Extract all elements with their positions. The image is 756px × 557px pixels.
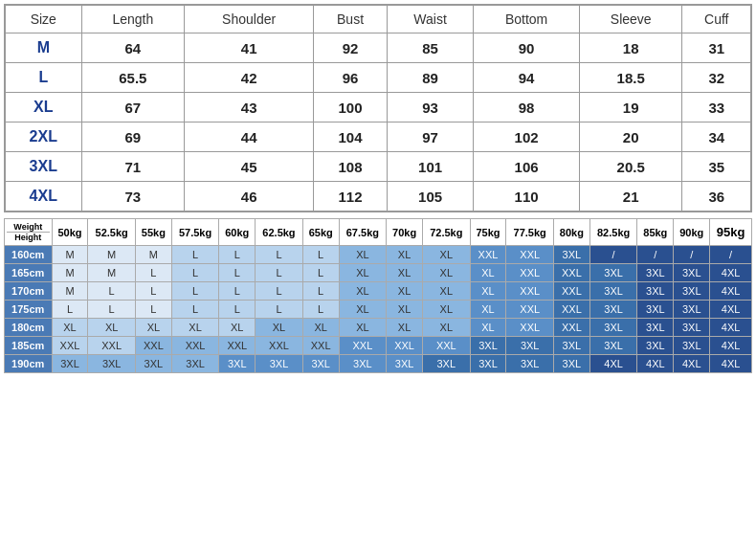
- size-row: M64419285901831: [6, 33, 751, 63]
- weight-col-header: 52.5kg: [88, 219, 135, 246]
- wh-size-cell: 4XL: [589, 355, 636, 373]
- size-cell-shoulder: 41: [185, 33, 314, 63]
- wh-size-cell: L: [88, 301, 135, 319]
- wh-size-cell: L: [302, 246, 339, 264]
- wh-size-cell: 3XL: [470, 355, 506, 373]
- size-row: XL674310093981933: [6, 93, 751, 123]
- weight-col-header: 55kg: [135, 219, 171, 246]
- wh-size-cell: M: [88, 264, 135, 282]
- wh-size-cell: 4XL: [637, 355, 674, 373]
- wh-size-cell: XL: [171, 319, 218, 337]
- weight-col-header: 80kg: [553, 219, 589, 246]
- size-cell-shoulder: 44: [185, 123, 314, 152]
- size-col-header: Waist: [387, 6, 473, 33]
- wh-size-cell: 3XL: [387, 355, 423, 373]
- weight-col-header: 82.5kg: [589, 219, 636, 246]
- wh-size-cell: XL: [470, 282, 506, 301]
- wh-size-cell: XXL: [553, 282, 589, 301]
- size-cell-length: 71: [81, 152, 185, 182]
- wh-size-cell: XL: [423, 246, 470, 264]
- wh-size-cell: XXL: [52, 337, 88, 355]
- wh-size-cell: /: [589, 246, 636, 264]
- size-cell-bust: 108: [314, 152, 388, 182]
- wh-size-cell: XXL: [135, 337, 171, 355]
- size-chart-container: SizeLengthShoulderBustWaistBottomSleeveC…: [4, 4, 752, 212]
- size-cell-cuff: 33: [682, 93, 751, 123]
- wh-size-cell: M: [52, 246, 88, 264]
- wh-size-cell: XXL: [506, 319, 553, 337]
- wh-size-cell: 3XL: [171, 355, 218, 373]
- size-cell-shoulder: 46: [185, 182, 314, 212]
- wh-size-cell: XL: [387, 301, 423, 319]
- wh-row: 175cmLLLLLLLXLXLXLXLXXLXXL3XL3XL3XL4XL: [5, 301, 752, 319]
- wh-size-cell: XL: [339, 282, 386, 301]
- wh-size-cell: XL: [387, 282, 423, 301]
- size-cell-size: M: [6, 33, 82, 63]
- size-cell-length: 67: [81, 93, 185, 123]
- wh-size-cell: XL: [339, 246, 386, 264]
- wh-size-cell: /: [637, 246, 674, 264]
- wh-size-cell: 3XL: [589, 282, 636, 301]
- weight-col-header: 72.5kg: [423, 219, 470, 246]
- height-cell: 180cm: [5, 319, 53, 337]
- size-cell-waist: 97: [387, 123, 473, 152]
- size-cell-bust: 92: [314, 33, 388, 63]
- height-cell: 185cm: [5, 337, 53, 355]
- wh-size-cell: 3XL: [674, 301, 710, 319]
- wh-size-cell: L: [171, 264, 218, 282]
- wh-size-cell: XL: [219, 319, 256, 337]
- wh-size-cell: /: [674, 246, 710, 264]
- size-cell-shoulder: 45: [185, 152, 314, 182]
- wh-size-cell: 3XL: [553, 337, 589, 355]
- size-col-header: Cuff: [682, 6, 751, 33]
- size-cell-shoulder: 42: [185, 63, 314, 93]
- size-cell-waist: 89: [387, 63, 473, 93]
- wh-size-cell: XL: [470, 319, 506, 337]
- wh-row: 170cmMLLLLLLXLXLXLXLXXLXXL3XL3XL3XL4XL: [5, 282, 752, 301]
- size-cell-sleeve: 18.5: [579, 63, 682, 93]
- wh-size-cell: XXL: [387, 337, 423, 355]
- wh-size-cell: 3XL: [302, 355, 339, 373]
- wh-size-cell: XXL: [256, 337, 302, 355]
- wh-size-cell: 3XL: [256, 355, 302, 373]
- wh-size-cell: XXL: [423, 337, 470, 355]
- wh-row: 180cmXLXLXLXLXLXLXLXLXLXLXLXXLXXL3XL3XL3…: [5, 319, 752, 337]
- size-cell-sleeve: 20: [579, 123, 682, 152]
- size-cell-waist: 85: [387, 33, 473, 63]
- wh-row: 160cmMMMLLLLXLXLXLXXLXXL3XL////: [5, 246, 752, 264]
- wh-size-cell: XL: [135, 319, 171, 337]
- wh-size-cell: XXL: [506, 264, 553, 282]
- wh-size-cell: 3XL: [589, 264, 636, 282]
- size-cell-bottom: 94: [474, 63, 580, 93]
- size-cell-bust: 112: [314, 182, 388, 212]
- wh-size-cell: 4XL: [710, 337, 752, 355]
- wh-size-cell: 3XL: [339, 355, 386, 373]
- wh-size-cell: 3XL: [52, 355, 88, 373]
- size-cell-sleeve: 18: [579, 33, 682, 63]
- wh-size-cell: XL: [387, 264, 423, 282]
- size-cell-cuff: 34: [682, 123, 751, 152]
- size-row: L65.54296899418.532: [6, 63, 751, 93]
- height-cell: 170cm: [5, 282, 53, 301]
- wh-row: 165cmMMLLLLLXLXLXLXLXXLXXL3XL3XL3XL4XL: [5, 264, 752, 282]
- wh-size-cell: L: [171, 246, 218, 264]
- size-cell-length: 64: [81, 33, 185, 63]
- wh-size-cell: M: [88, 246, 135, 264]
- wh-size-cell: 3XL: [637, 282, 674, 301]
- weight-col-header: 57.5kg: [171, 219, 218, 246]
- wh-size-cell: 3XL: [674, 264, 710, 282]
- wh-size-cell: L: [135, 264, 171, 282]
- wh-size-cell: XXL: [506, 301, 553, 319]
- size-col-header: Bottom: [474, 6, 580, 33]
- wh-size-cell: 3XL: [506, 355, 553, 373]
- wh-size-cell: 3XL: [88, 355, 135, 373]
- weight-col-header: 75kg: [470, 219, 506, 246]
- size-cell-sleeve: 21: [579, 182, 682, 212]
- size-cell-size: XL: [6, 93, 82, 123]
- wh-size-cell: L: [135, 282, 171, 301]
- size-cell-bottom: 90: [474, 33, 580, 63]
- wh-size-cell: 4XL: [710, 301, 752, 319]
- wh-size-cell: 3XL: [637, 264, 674, 282]
- wh-size-cell: XL: [88, 319, 135, 337]
- size-cell-bust: 96: [314, 63, 388, 93]
